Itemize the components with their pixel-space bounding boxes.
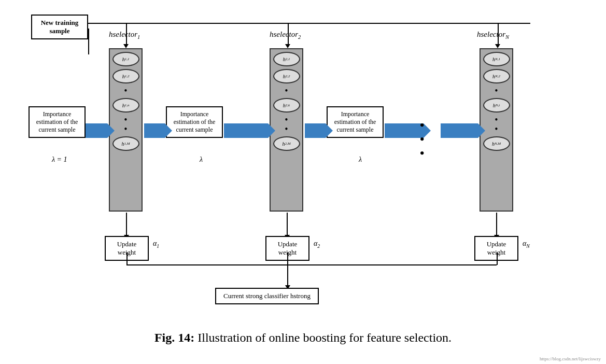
h-line-bottom: [126, 264, 497, 265]
node-1-2: h1,2: [112, 69, 139, 83]
caption: Fig. 14: Illustration of online boosting…: [154, 331, 452, 345]
top-horizontal-line: [87, 23, 530, 24]
v-line-uw2-bottom: [287, 253, 288, 265]
node-1-n: h1,n: [112, 98, 139, 113]
diagram-container: New training sample hselector1 hselector…: [0, 0, 606, 306]
node-2-1: h2,1: [273, 52, 300, 66]
caption-bold: Fig. 14:: [154, 331, 194, 344]
importance-text-2: Importance estimation of the current sam…: [334, 110, 376, 133]
node-N-2: hN,2: [483, 69, 510, 83]
blue-arrow-0: [86, 123, 107, 138]
node-1-1: h1,1: [112, 52, 139, 66]
caption-rest: Illustration of online boosting for feat…: [194, 331, 452, 344]
lambda-1: λ = 1: [52, 156, 67, 164]
node-2-M: h2,M: [273, 136, 300, 151]
importance-box-1: Importance estimation of the current sam…: [166, 106, 223, 138]
node-N-1: hN,1: [483, 52, 510, 66]
hselector-label-1: hselector1: [109, 30, 140, 40]
v-arrow-C1: [126, 213, 127, 236]
alpha-N: αN: [523, 240, 530, 249]
watermark: https://blog.csdn.net/lijswciswzy: [540, 356, 601, 361]
lambda-2: λ: [200, 156, 203, 164]
alpha-2: α2: [314, 240, 320, 249]
caption-area: Fig. 14: Illustration of online boosting…: [0, 306, 606, 364]
blue-arrow-2: [224, 123, 268, 138]
new-training-label: New training sample: [41, 19, 79, 35]
blue-arrow-5: [441, 123, 478, 138]
v-arrow-C2: [287, 213, 288, 236]
drop-arrow-1: [123, 44, 129, 48]
importance-text-1: Importance estimation of the current sam…: [174, 110, 216, 133]
drop-arrow-3: [495, 44, 500, 48]
alpha-1: α1: [153, 240, 159, 249]
hselector-label-N: hselectorN: [477, 30, 509, 40]
node-N-t: hN,t: [483, 98, 510, 113]
hselector-label-2: hselector2: [270, 30, 301, 40]
blue-arrow-1: [144, 123, 165, 138]
h-dots-between: •••: [420, 118, 424, 160]
node-2-k: h2,k: [273, 98, 300, 113]
new-training-box: New training sample: [31, 15, 88, 39]
strong-classifier-box: Current strong classifier hstrong: [215, 288, 319, 304]
lambda-3: λ: [359, 156, 362, 164]
node-N-M: hN,M: [483, 136, 510, 151]
v-line-uw1-bottom: [126, 253, 128, 265]
final-v-arrow: [287, 264, 288, 286]
strong-classifier-label: Current strong classifier hstrong: [223, 292, 311, 300]
importance-box-0: Importance estimation of the current sam…: [29, 106, 86, 138]
blue-arrow-3: [305, 123, 326, 138]
node-2-2: h2,2: [273, 69, 300, 83]
drop-arrow-2: [285, 44, 290, 48]
v-line-uwN-bottom: [497, 253, 498, 265]
importance-text-0: Importance estimation of the current sam…: [36, 110, 78, 133]
blue-arrow-4: [385, 123, 424, 138]
node-1-M: h1,M: [112, 136, 139, 151]
importance-box-2: Importance estimation of the current sam…: [327, 106, 384, 138]
arrow-training-to-imp: [88, 29, 89, 54]
v-arrow-CN: [496, 213, 497, 236]
